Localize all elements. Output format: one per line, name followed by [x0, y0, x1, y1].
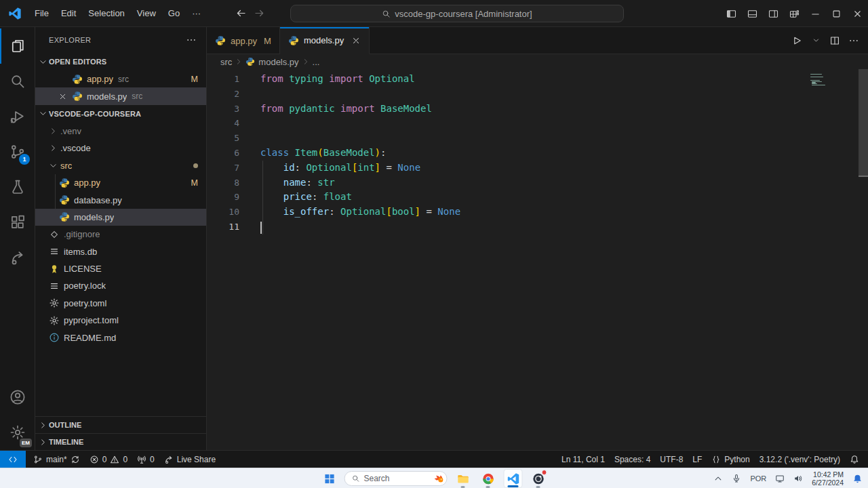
- taskbar-chrome[interactable]: [479, 469, 498, 488]
- tree-item-items.db[interactable]: items.db: [35, 243, 206, 260]
- workspace-header[interactable]: VSCODE-GP-COURSERA: [35, 105, 206, 123]
- tab-app.py[interactable]: app.py M: [207, 27, 280, 54]
- start-button[interactable]: [321, 470, 338, 487]
- scrollbar-thumb[interactable]: [859, 69, 868, 177]
- toggle-panel-button[interactable]: [742, 0, 763, 27]
- tree-item-app.py[interactable]: app.py M: [35, 174, 206, 191]
- close-window-button[interactable]: [847, 0, 868, 27]
- tree-item-poetry.lock[interactable]: poetry.lock: [35, 277, 206, 294]
- activitybar-explorer[interactable]: [0, 28, 35, 64]
- views-more-button[interactable]: [186, 35, 197, 45]
- open-editors-header[interactable]: OPEN EDITORS: [35, 53, 206, 70]
- minimize-button[interactable]: [805, 0, 826, 27]
- activitybar-extensions[interactable]: [0, 205, 35, 240]
- tab-bar: app.py M models.py: [207, 27, 868, 54]
- maximize-button[interactable]: [826, 0, 847, 27]
- speaker-icon: [793, 474, 803, 483]
- code-editor[interactable]: 1from typing import Optional23from pydan…: [207, 69, 868, 450]
- status-remote-indicator[interactable]: [0, 451, 26, 468]
- tray-volume[interactable]: [793, 474, 803, 483]
- activitybar-settings[interactable]: EM: [0, 415, 35, 450]
- taskbar-vscode[interactable]: [504, 469, 523, 488]
- tray-display[interactable]: [775, 474, 785, 483]
- windows-logo-icon: [323, 473, 335, 485]
- notification-bell[interactable]: [852, 474, 863, 484]
- chrome-icon: [481, 472, 494, 485]
- taskbar-file-explorer[interactable]: [454, 469, 473, 488]
- tree-item-database.py[interactable]: database.py: [35, 191, 206, 208]
- line-number: 11: [207, 220, 239, 235]
- tray-clock[interactable]: 10:42 PM6/27/2024: [812, 470, 844, 487]
- code-line-9[interactable]: 9 price: float: [207, 190, 868, 205]
- menu-item[interactable]: Edit: [55, 5, 82, 21]
- panel-outline[interactable]: OUTLINE: [35, 416, 206, 433]
- activitybar-remote-explorer[interactable]: [0, 240, 35, 275]
- run-button[interactable]: [788, 32, 806, 49]
- tab-models.py[interactable]: models.py: [280, 27, 370, 54]
- status-python-interpreter[interactable]: 3.12.2 ('.venv': Poetry): [755, 451, 845, 468]
- tree-item-README.md[interactable]: README.md: [35, 329, 206, 346]
- code-line-1[interactable]: 1from typing import Optional: [207, 72, 868, 87]
- toggle-primary-sidebar-button[interactable]: [721, 0, 742, 27]
- breadcrumb-item[interactable]: models.py: [245, 57, 298, 67]
- status-language-mode[interactable]: Python: [707, 451, 754, 468]
- tray-microphone[interactable]: [732, 474, 741, 483]
- breadcrumb-item[interactable]: src: [220, 57, 232, 67]
- open-editor-app.py[interactable]: app.py src M: [35, 70, 206, 87]
- tree-item-pyproject.toml[interactable]: pyproject.toml: [35, 312, 206, 329]
- code-line-3[interactable]: 3from pydantic import BaseModel: [207, 102, 868, 117]
- command-center[interactable]: vscode-gp-coursera [Administrator]: [290, 5, 624, 22]
- code-line-11[interactable]: 11: [207, 220, 868, 235]
- status-eol[interactable]: LF: [688, 451, 707, 468]
- tree-item-.venv[interactable]: .venv: [35, 123, 206, 140]
- status-live-share[interactable]: Live Share: [159, 451, 220, 468]
- activitybar-accounts[interactable]: [0, 380, 35, 415]
- code-line-6[interactable]: 6class Item(BaseModel):: [207, 146, 868, 161]
- code-line-5[interactable]: 5: [207, 131, 868, 146]
- split-editor-button[interactable]: [826, 32, 844, 49]
- tray-hidden-icons[interactable]: [713, 474, 723, 483]
- tree-item-models.py[interactable]: models.py: [35, 209, 206, 226]
- status-git-branch[interactable]: main*: [28, 451, 85, 468]
- menu-item[interactable]: Go: [162, 5, 186, 21]
- activitybar-run-debug[interactable]: [0, 99, 35, 134]
- forward-button[interactable]: [254, 7, 265, 19]
- code-line-7[interactable]: 7 id: Optional[int] = None: [207, 161, 868, 176]
- back-button[interactable]: [235, 7, 247, 19]
- menu-item[interactable]: File: [28, 5, 55, 21]
- breadcrumb-item[interactable]: ...: [313, 57, 320, 67]
- editor-more-button[interactable]: [845, 32, 863, 49]
- activitybar-source-control[interactable]: 1: [0, 134, 35, 169]
- breadcrumb[interactable]: srcmodels.py...: [207, 54, 868, 69]
- status-encoding[interactable]: UTF-8: [655, 451, 688, 468]
- code-line-10[interactable]: 10 is_offer: Optional[bool] = None: [207, 205, 868, 220]
- tree-item-LICENSE[interactable]: LICENSE: [35, 260, 206, 277]
- status-notifications[interactable]: [845, 451, 864, 468]
- menu-item[interactable]: Selection: [82, 5, 130, 21]
- panel-timeline[interactable]: TIMELINE: [35, 433, 206, 450]
- toggle-secondary-sidebar-button[interactable]: [763, 0, 784, 27]
- menu-item[interactable]: ···: [186, 5, 207, 21]
- code-line-4[interactable]: 4: [207, 116, 868, 131]
- tree-item-.gitignore[interactable]: .gitignore: [35, 226, 206, 243]
- code-line-8[interactable]: 8 name: str: [207, 176, 868, 190]
- taskbar-obs[interactable]: [529, 469, 548, 488]
- status-indentation[interactable]: Spaces: 4: [610, 451, 655, 468]
- activitybar-testing[interactable]: [0, 169, 35, 205]
- tree-item-.vscode[interactable]: .vscode: [35, 140, 206, 157]
- run-dropdown[interactable]: [807, 32, 825, 49]
- menu-item[interactable]: View: [131, 5, 162, 21]
- tray-language[interactable]: POR: [750, 474, 766, 483]
- close-icon[interactable]: [58, 92, 69, 101]
- tree-item-src[interactable]: src: [35, 157, 206, 174]
- open-editor-models.py[interactable]: models.py src: [35, 87, 206, 104]
- customize-layout-button[interactable]: [784, 0, 805, 27]
- status-problems[interactable]: 00: [85, 451, 132, 468]
- activitybar-search[interactable]: [0, 64, 35, 99]
- taskbar-search[interactable]: Search: [344, 471, 448, 486]
- status-ports[interactable]: 0: [132, 451, 159, 468]
- close-icon[interactable]: [351, 36, 361, 45]
- code-line-2[interactable]: 2: [207, 87, 868, 102]
- tree-item-poetry.toml[interactable]: poetry.toml: [35, 295, 206, 312]
- status-cursor-position[interactable]: Ln 11, Col 1: [557, 451, 610, 468]
